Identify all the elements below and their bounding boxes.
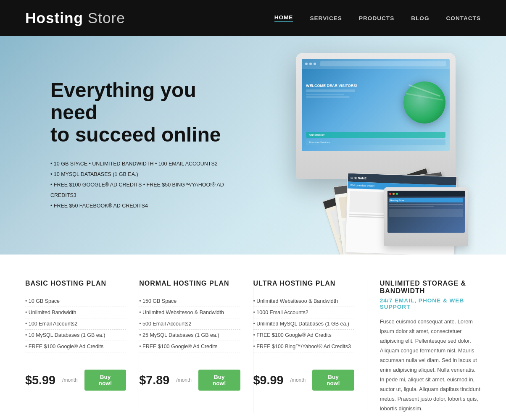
basic-feature-4: 10 MySQL Databases (1 GB ea.) — [25, 330, 126, 341]
logo-light: Store — [83, 10, 125, 26]
basic-price-row: $5.99 /month Buy now! — [25, 370, 126, 391]
basic-per-month: /month — [62, 377, 78, 383]
normal-buy-button[interactable]: Buy now! — [198, 370, 240, 391]
basic-plan-title: BASIC HOSTING PLAN — [25, 280, 126, 287]
normal-feature-1: 150 GB Space — [139, 296, 240, 307]
ultra-per-month: /month — [290, 377, 306, 383]
basic-plan-col: BASIC HOSTING PLAN 10 GB Space Unlimited… — [25, 280, 139, 413]
nav-blog[interactable]: BLOG — [411, 15, 429, 21]
basic-price: $5.99 — [25, 373, 55, 387]
nav-contacts[interactable]: CONTACTS — [446, 15, 481, 21]
hero-content: Everything you need to succeed online 10… — [0, 54, 273, 236]
nav-home[interactable]: HOME — [274, 14, 293, 22]
ultra-feature-5: FREE $100 Bing™/Yahoo!® Ad Credits3 — [253, 341, 354, 352]
monitor-text: WELCOME DEAR VISITORS! — [306, 84, 361, 99]
ultra-feature-2: 1000 Email Accounts2 — [253, 307, 354, 318]
normal-feature-5: FREE $100 Google® Ad Credits — [139, 341, 240, 352]
hero-section: Everything you need to succeed online 10… — [0, 36, 506, 255]
ultra-plan-title: ULTRA HOSTING PLAN — [253, 280, 354, 287]
site-header: Hosting Store HOME SERVICES PRODUCTS BLO… — [0, 0, 506, 36]
promo-description: Fusce euismod consequat ante. Lorem ipsu… — [380, 317, 481, 413]
basic-feature-5: FREE $100 Google® Ad Credits — [25, 341, 126, 352]
hero-feature-3: FREE $100 GOOGLE® AD CREDITS • FREE $50 … — [50, 180, 248, 201]
hero-feature-2: 10 MYSQL DATABASES (1 GB EA.) — [50, 169, 248, 180]
hero-papers: WELCOME TO OUR SITE SITE NAME Welcome de… — [262, 112, 472, 255]
ultra-price: $9.99 — [253, 373, 284, 387]
ultra-feature-3: Unlimited MySQL Databases (1 GB ea.) — [253, 318, 354, 330]
nav-services[interactable]: SERVICES — [310, 15, 342, 21]
promo-col: UNLIMITED STORAGE & BANDWIDTH 24/7 EMAIL… — [367, 280, 481, 413]
normal-features-list: 150 GB Space Unlimited Websitesoo & Band… — [139, 296, 240, 352]
main-nav: HOME SERVICES PRODUCTS BLOG CONTACTS — [274, 14, 481, 22]
basic-feature-2: Unlimited Bandwidth — [25, 307, 126, 318]
normal-feature-4: 25 MySQL Databases (1 GB ea.) — [139, 330, 240, 341]
normal-per-month: /month — [176, 377, 192, 383]
normal-feature-2: Unlimited Websitesoo & Bandwidth — [139, 307, 240, 318]
hero-features: 10 GB SPACE • UNLIMITED BANDWIDTH • 100 … — [50, 159, 248, 211]
basic-feature-3: 100 Email Accounts2 — [25, 318, 126, 330]
normal-plan-title: NORMAL HOSTING PLAN — [139, 280, 240, 287]
hero-heading: Everything you need to succeed online — [50, 79, 248, 146]
normal-price: $7.89 — [139, 373, 169, 387]
normal-price-row: $7.89 /month Buy now! — [139, 370, 240, 391]
ultra-buy-button[interactable]: Buy now! — [312, 370, 354, 391]
ultra-plan-col: ULTRA HOSTING PLAN Unlimited Websitesoo … — [253, 280, 367, 413]
promo-title: UNLIMITED STORAGE & BANDWIDTH — [380, 280, 481, 295]
ultra-features-list: Unlimited Websitesoo & Bandwidth 1000 Em… — [253, 296, 354, 352]
laptop-device: Hosting Store — [384, 187, 468, 246]
logo-bold: Hosting — [25, 10, 83, 26]
site-logo: Hosting Store — [25, 10, 125, 26]
normal-plan-col: NORMAL HOSTING PLAN 150 GB Space Unlimit… — [139, 280, 253, 413]
normal-feature-3: 500 Email Accounts2 — [139, 318, 240, 330]
basic-feature-1: 10 GB Space — [25, 296, 126, 307]
ultra-feature-1: Unlimited Websitesoo & Bandwidth — [253, 296, 354, 307]
support-text: 24/7 EMAIL, PHONE & WEB SUPPORT — [380, 297, 481, 310]
hero-feature-1: 10 GB SPACE • UNLIMITED BANDWIDTH • 100 … — [50, 159, 248, 169]
basic-buy-button[interactable]: Buy now! — [84, 370, 126, 391]
pricing-section: BASIC HOSTING PLAN 10 GB Space Unlimited… — [0, 255, 506, 420]
basic-features-list: 10 GB Space Unlimited Bandwidth 100 Emai… — [25, 296, 126, 352]
nav-products[interactable]: PRODUCTS — [359, 15, 394, 21]
ultra-feature-4: FREE $100 Google® Ad Credits — [253, 330, 354, 341]
ultra-price-row: $9.99 /month Buy now! — [253, 370, 354, 391]
hero-feature-4: FREE $50 FACEBOOK® AD CREDITS4 — [50, 201, 248, 211]
